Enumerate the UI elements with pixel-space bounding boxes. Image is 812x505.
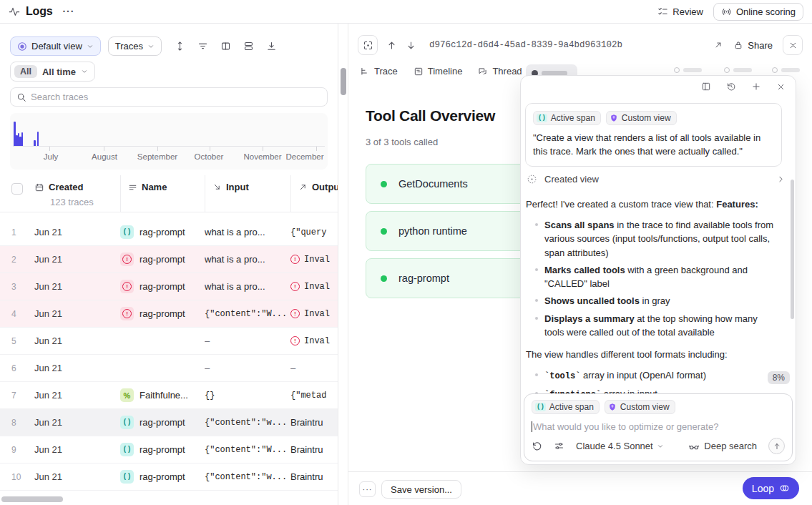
focus-span-button[interactable] [358, 35, 378, 55]
function-icon [120, 470, 134, 484]
horizontal-scrollbar[interactable] [1, 496, 63, 502]
table-row[interactable]: 3 Jun 21 rag-prompt what is a pro... Inv… [0, 273, 338, 300]
lock-icon [733, 40, 743, 50]
custom-view-chip[interactable]: Custom view [605, 400, 675, 414]
view-subtitle: 3 of 3 tools called [366, 137, 438, 147]
rows-layout-button[interactable] [243, 41, 254, 52]
columns-button[interactable] [220, 41, 231, 52]
month-label: December [285, 152, 323, 161]
active-span-chip[interactable]: () Active span [532, 400, 600, 414]
score-icon [120, 388, 134, 402]
search-traces-box [10, 87, 328, 107]
download-button[interactable] [266, 41, 277, 52]
save-version-button[interactable]: Save version... [381, 480, 461, 499]
glasses-icon [688, 441, 700, 452]
called-dot-icon [381, 275, 387, 282]
view-selector[interactable]: Default view [10, 36, 101, 56]
error-icon [290, 255, 300, 264]
table-row[interactable]: 9 Jun 21 rag-prompt {"content":"W... Bra… [0, 436, 338, 464]
text-cursor [532, 421, 532, 432]
created-view-row[interactable]: Created view [527, 170, 786, 188]
filter-button[interactable] [197, 41, 208, 52]
close-trace-button[interactable] [783, 35, 803, 55]
error-icon [290, 282, 300, 291]
side-panel-icon[interactable] [701, 82, 711, 92]
checklist-icon [657, 6, 668, 17]
partial-tab[interactable] [724, 67, 752, 73]
chevron-down-icon [147, 43, 155, 50]
calendar-icon [34, 182, 44, 192]
new-chat-icon[interactable] [751, 82, 761, 92]
formats-intro: The view handles different tool formats … [526, 348, 778, 361]
column-input[interactable]: Input [205, 175, 290, 212]
chevron-down-icon [657, 443, 664, 450]
history-icon[interactable] [726, 82, 736, 92]
active-span-chip: () Active span [533, 111, 601, 125]
time-range-filter[interactable]: All All time [10, 62, 95, 82]
model-selector[interactable]: Claude 4.5 Sonnet [576, 441, 664, 451]
month-label: July [44, 152, 58, 161]
trace-header: d976c12d-d6d4-45ad-8339-9a4bd963102b Sha… [358, 35, 803, 55]
share-button[interactable]: Share [733, 40, 773, 51]
table-row-selected[interactable]: 8 Jun 21 rag-prompt {"content":"w... Bra… [0, 409, 338, 436]
reset-icon[interactable] [532, 441, 542, 451]
prev-trace-button[interactable] [386, 40, 397, 51]
vertical-scrollbar[interactable] [341, 68, 346, 95]
search-input[interactable] [31, 92, 321, 102]
column-output[interactable]: Output [290, 175, 338, 212]
row-height-button[interactable] [175, 41, 185, 52]
loop-assistant-panel: () Active span Custom view "Create a vie… [520, 75, 796, 465]
error-icon [120, 307, 134, 320]
tab-trace[interactable]: Trace [360, 66, 398, 77]
settings-sliders-icon[interactable] [554, 441, 564, 451]
partial-tab[interactable] [674, 67, 702, 73]
arrow-down-right-icon [212, 182, 222, 192]
close-icon [788, 41, 798, 50]
logs-list-panel: Default view Traces All All time [0, 24, 338, 505]
list-item: Marks called tools with a green backgrou… [526, 263, 778, 290]
filter-all-chip: All [14, 65, 37, 78]
function-icon [120, 416, 134, 429]
user-message: () Active span Custom view "Create a vie… [525, 103, 782, 167]
footer-more-button[interactable]: ··· [359, 481, 376, 497]
view-icon [17, 41, 27, 52]
search-icon [16, 92, 26, 102]
list-item: Displays a summary at the top showing ho… [526, 312, 778, 339]
select-all-checkbox[interactable] [11, 183, 23, 195]
table-row[interactable]: 1 Jun 21 rag-prompt what is a pro... {"q… [0, 219, 338, 246]
prompt-input[interactable] [533, 421, 785, 432]
tab-thread[interactable]: Thread [478, 66, 522, 77]
month-label: October [195, 152, 224, 161]
page-menu-button[interactable]: ··· [62, 6, 74, 17]
chevron-down-icon [81, 68, 88, 75]
loop-button[interactable]: Loop [743, 477, 799, 499]
error-icon [120, 280, 134, 293]
review-button[interactable]: Review [657, 6, 703, 17]
table-row[interactable]: 5 Jun 21 – Inval [0, 328, 338, 355]
error-icon [120, 252, 134, 266]
month-label: November [243, 152, 281, 161]
chat-scrollbar[interactable] [791, 180, 794, 319]
function-icon [120, 443, 134, 456]
online-scoring-button[interactable]: Online scoring [713, 3, 803, 21]
list-item: `tools` array in input (OpenAI format) [526, 368, 778, 383]
shield-icon [608, 403, 617, 411]
column-created[interactable]: Created 123 traces [34, 175, 120, 212]
error-icon [290, 336, 300, 345]
partial-tab[interactable] [772, 67, 800, 73]
tab-timeline[interactable]: Timeline [414, 66, 463, 77]
close-icon[interactable] [776, 82, 786, 92]
send-button[interactable] [768, 438, 785, 454]
column-name[interactable]: Name [120, 175, 205, 212]
deep-search-toggle[interactable]: Deep search [688, 441, 757, 452]
mode-selector[interactable]: Traces [108, 36, 162, 56]
table-row[interactable]: 10 Jun 21 rag-prompt {"content":"w... Br… [0, 464, 338, 491]
next-trace-button[interactable] [406, 40, 416, 51]
page-title: Logs [26, 5, 52, 18]
table-row[interactable]: 2 Jun 21 rag-prompt what is a pro... Inv… [0, 246, 338, 273]
open-external-icon[interactable] [713, 40, 723, 50]
table-row[interactable]: 6 Jun 21 – – [0, 355, 338, 382]
table-row[interactable]: 4 Jun 21 rag-prompt {"content":"W... Inv… [0, 300, 338, 328]
composer: () Active span Custom view Claude 4.5 So… [524, 393, 793, 461]
table-row[interactable]: 7 Jun 21 Faithfulne... {} {"metad [0, 382, 338, 409]
